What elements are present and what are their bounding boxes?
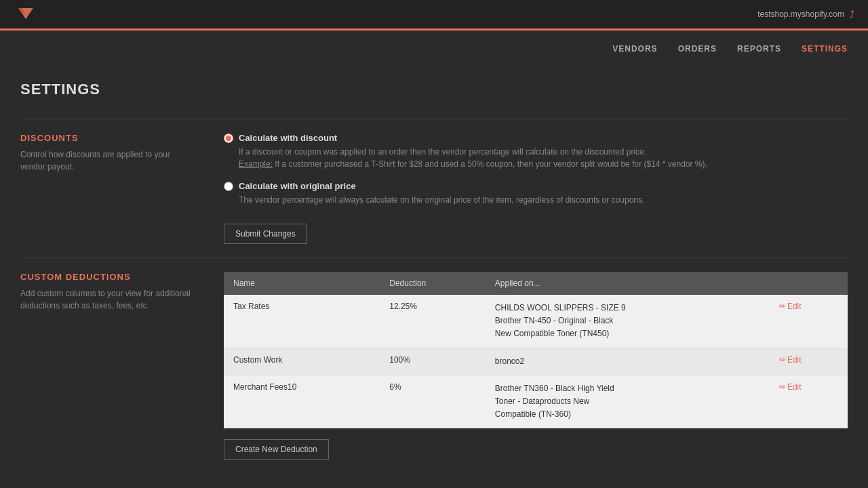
edit-link-merchant-fees[interactable]: ✏Edit	[779, 382, 802, 392]
table-row: Custom Work 100% bronco2 ✏Edit	[224, 348, 848, 375]
edit-link-custom-work[interactable]: ✏Edit	[779, 355, 802, 365]
custom-deductions-heading: CUSTOM DEDUCTIONS	[20, 272, 197, 282]
col-header-applied-on: Applied on...	[486, 272, 770, 295]
nav-reports[interactable]: REPORTS	[737, 44, 781, 54]
deduction-name: Custom Work	[224, 348, 380, 375]
discount-with-discount-radio[interactable]	[224, 134, 233, 143]
nav-orders[interactable]: ORDERS	[678, 44, 717, 54]
deduction-amount: 100%	[380, 348, 486, 375]
col-header-deduction: Deduction	[380, 272, 486, 295]
discounts-heading: DISCOUNTS	[20, 133, 197, 143]
table-header-row: Name Deduction Applied on...	[224, 272, 848, 295]
discount-option-1-desc: If a discount or coupon was applied to a…	[224, 146, 848, 170]
discount-original-price-radio[interactable]	[224, 182, 233, 191]
logo-area[interactable]	[14, 2, 38, 26]
discount-option-1-text: Calculate with discount	[239, 133, 337, 143]
discount-option-2: Calculate with original price The vendor…	[224, 181, 848, 206]
top-bar: testshop.myshopify.com ⤴	[0, 0, 868, 30]
discount-option-2-label[interactable]: Calculate with original price	[224, 181, 848, 191]
custom-deductions-description: Add custom columns to your view for addi…	[20, 287, 197, 312]
deduction-amount: 6%	[380, 375, 486, 428]
deduction-applied-on: CHILDS WOOL SLIPPERS - SIZE 9 Brother TN…	[486, 295, 770, 348]
create-new-deduction-button[interactable]: Create New Deduction	[224, 439, 329, 460]
pencil-icon: ✏	[779, 302, 786, 311]
deduction-name: Tax Rates	[224, 295, 380, 348]
discounts-section-right: Calculate with discount If a discount or…	[224, 133, 848, 244]
nav-settings[interactable]: SETTINGS	[802, 44, 848, 54]
custom-deductions-section: CUSTOM DEDUCTIONS Add custom columns to …	[20, 258, 848, 473]
pencil-icon: ✏	[779, 355, 786, 365]
custom-deductions-section-left: CUSTOM DEDUCTIONS Add custom columns to …	[20, 272, 197, 460]
table-row: Tax Rates 12.25% CHILDS WOOL SLIPPERS - …	[224, 295, 848, 348]
main-nav: VENDORS ORDERS REPORTS SETTINGS	[0, 30, 868, 67]
discount-option-2-desc: The vendor percentage will always calcul…	[224, 194, 848, 206]
logo-icon	[14, 2, 38, 26]
logout-icon[interactable]: ⤴	[850, 9, 854, 20]
discounts-section-left: DISCOUNTS Control how discounts are appl…	[20, 133, 197, 244]
col-header-name: Name	[224, 272, 380, 295]
deduction-name: Merchant Fees10	[224, 375, 380, 428]
main-content: SETTINGS DISCOUNTS Control how discounts…	[0, 67, 868, 487]
custom-deductions-section-right: Name Deduction Applied on... Tax Rates 1…	[224, 272, 848, 460]
deduction-applied-on: Brother TN360 - Black High Yield Toner -…	[486, 375, 770, 428]
deduction-edit: ✏Edit	[770, 375, 848, 428]
discount-option-1-label[interactable]: Calculate with discount	[224, 133, 848, 143]
edit-link-tax-rates[interactable]: ✏Edit	[779, 302, 802, 311]
deduction-edit: ✏Edit	[770, 295, 848, 348]
page-title: SETTINGS	[20, 81, 848, 98]
table-row: Merchant Fees10 6% Brother TN360 - Black…	[224, 375, 848, 428]
pencil-icon: ✏	[779, 382, 786, 392]
col-header-actions	[770, 272, 848, 295]
submit-changes-button[interactable]: Submit Changes	[224, 224, 307, 244]
store-url: testshop.myshopify.com	[757, 9, 844, 19]
discounts-section: DISCOUNTS Control how discounts are appl…	[20, 119, 848, 258]
example-link: Example:	[239, 159, 273, 169]
discounts-description: Control how discounts are applied to you…	[20, 148, 197, 173]
discount-option-1: Calculate with discount If a discount or…	[224, 133, 848, 170]
deduction-amount: 12.25%	[380, 295, 486, 348]
deductions-table: Name Deduction Applied on... Tax Rates 1…	[224, 272, 848, 428]
top-right-area: testshop.myshopify.com ⤴	[757, 9, 854, 20]
deduction-applied-on: bronco2	[486, 348, 770, 375]
discount-option-2-text: Calculate with original price	[239, 181, 356, 191]
deduction-edit: ✏Edit	[770, 348, 848, 375]
nav-vendors[interactable]: VENDORS	[612, 44, 657, 54]
